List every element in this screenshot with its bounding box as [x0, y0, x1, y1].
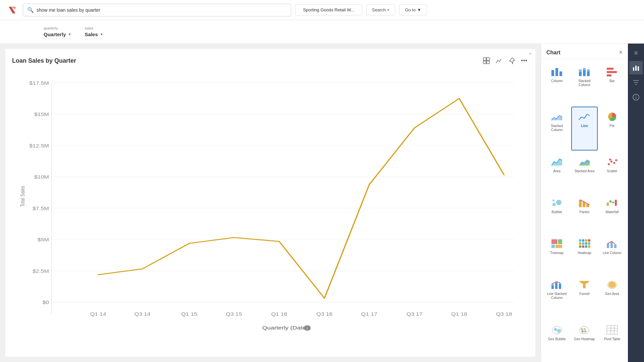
filter-value-sales[interactable]: Sales ▼ [85, 32, 103, 39]
filter-group-quarterly: quarterly Quarterly ▼ [44, 26, 71, 39]
geo-heatmap-icon [578, 324, 591, 336]
panel-title: Chart [546, 50, 560, 56]
waterfall-icon [605, 197, 619, 209]
chart-type-stacked-area[interactable]: Stacked Area [571, 152, 597, 191]
chart-type-waterfall[interactable]: Waterfall [599, 193, 625, 232]
line-column-icon [605, 238, 619, 250]
filter-quarterly-text: Quarterly [44, 32, 66, 37]
svg-rect-38 [559, 71, 562, 76]
svg-rect-82 [588, 242, 590, 245]
chart-actions: ••• [481, 56, 529, 66]
svg-rect-94 [559, 284, 561, 289]
collapse-button[interactable]: ⌃ [528, 52, 533, 59]
svg-rect-80 [582, 242, 584, 245]
more-options-button[interactable]: ••• [520, 56, 529, 66]
svg-rect-91 [551, 284, 554, 286]
svg-rect-78 [588, 239, 590, 242]
goto-arrow-icon: ▼ [417, 7, 421, 12]
chart-type-scatter[interactable]: Scatter [599, 152, 625, 191]
svg-marker-96 [579, 281, 590, 288]
svg-rect-102 [581, 328, 583, 330]
stacked-column-2-icon [550, 111, 564, 123]
chart-type-bubble[interactable]: Bubble [544, 193, 570, 232]
svg-text:$0: $0 [42, 300, 49, 305]
sidebar-filter-icon[interactable] [629, 76, 643, 89]
bar-icon [605, 66, 619, 78]
area-icon [550, 156, 564, 168]
goto-button[interactable]: Go to ▼ [399, 4, 427, 15]
search-input[interactable] [37, 7, 287, 13]
chart-type-line-column[interactable]: Line Column [599, 234, 625, 273]
svg-rect-40 [579, 69, 582, 72]
svg-text:Total Sales: Total Sales [19, 186, 25, 207]
line-icon [578, 111, 591, 123]
svg-rect-84 [582, 245, 584, 248]
svg-rect-46 [607, 71, 617, 73]
search-plus-button[interactable]: Search + [366, 4, 395, 15]
chart-type-funnel[interactable]: Funnel [571, 275, 597, 318]
svg-text:$10M: $10M [34, 175, 49, 180]
search-box[interactable]: 🔍 [23, 4, 291, 16]
chart-type-bar[interactable]: Bar [599, 62, 625, 105]
chart-type-pie[interactable]: Pie [599, 107, 625, 150]
table-view-button[interactable] [481, 56, 491, 66]
chart-type-geo-area[interactable]: Geo Area [599, 275, 625, 318]
chart-type-pie-label: Pie [610, 124, 614, 128]
goto-label: Go to [405, 7, 416, 12]
chart-type-geo-heatmap[interactable]: Geo Heatmap [571, 320, 597, 359]
svg-rect-37 [555, 68, 558, 76]
chart-type-geo-bubble-label: Geo Bubble [548, 337, 566, 341]
filter-sales-arrow: ▼ [100, 33, 103, 36]
line-stacked-column-icon [550, 279, 564, 291]
svg-text:$7.5M: $7.5M [33, 206, 49, 211]
chart-type-pivot-table-label: Pivot Table [604, 337, 620, 341]
svg-rect-74 [555, 245, 562, 248]
chart-type-stacked-column-1[interactable]: Stacked Column [571, 62, 597, 105]
svg-rect-69 [612, 202, 614, 203]
chart-type-pivot-table[interactable]: Pivot Table [599, 320, 625, 359]
svg-rect-51 [559, 117, 562, 120]
sidebar-info-icon[interactable] [629, 90, 643, 104]
svg-point-60 [615, 159, 617, 161]
chart-type-area[interactable]: Area [544, 152, 570, 191]
panel-close-button[interactable]: × [619, 49, 623, 56]
svg-text:Q1 15: Q1 15 [181, 312, 197, 317]
app-logo [5, 3, 19, 17]
chart-type-pareto[interactable]: Pareto [571, 193, 597, 232]
sidebar-chart-icon[interactable] [629, 61, 643, 74]
chart-type-bubble-label: Bubble [552, 210, 562, 214]
stacked-column-1-icon [578, 66, 591, 78]
pie-icon [605, 111, 619, 123]
svg-text:Q3 15: Q3 15 [226, 312, 242, 317]
chart-type-line-label: Line [581, 124, 588, 128]
svg-rect-92 [555, 283, 557, 289]
chart-type-geo-heatmap-label: Geo Heatmap [574, 337, 595, 341]
chart-type-heatmap[interactable]: Heatmap [571, 234, 597, 273]
chart-types-grid: Column Stacked Column Bar [541, 59, 628, 362]
svg-rect-50 [557, 116, 559, 120]
chart-type-column[interactable]: Column [544, 62, 570, 105]
chart-type-heatmap-label: Heatmap [578, 251, 591, 255]
chart-type-waterfall-label: Waterfall [605, 210, 619, 214]
chart-type-stacked-area-label: Stacked Area [575, 169, 594, 173]
filterbar: quarterly Quarterly ▼ sales Sales ▼ [0, 20, 644, 44]
chart-type-stacked-column-2[interactable]: Stacked Column [544, 107, 570, 150]
svg-rect-85 [585, 245, 587, 248]
chart-type-line[interactable]: Line [571, 107, 597, 150]
datasource-button[interactable]: Sporting Goods Retail W... [295, 4, 362, 15]
line-view-button[interactable] [494, 56, 504, 66]
sidebar-menu-icon[interactable]: ≡ [629, 46, 643, 60]
svg-rect-105 [584, 330, 586, 333]
svg-text:$15M: $15M [34, 112, 49, 117]
svg-rect-112 [635, 66, 637, 71]
svg-rect-43 [587, 71, 590, 76]
chart-type-treemap[interactable]: Treemap [544, 234, 570, 273]
search-icon: 🔍 [27, 7, 34, 13]
chart-type-line-stacked-column[interactable]: Line Stacked Column [544, 275, 570, 318]
chart-type-geo-bubble[interactable]: Geo Bubble [544, 320, 570, 359]
svg-rect-49 [554, 119, 557, 120]
svg-marker-53 [551, 159, 562, 166]
chart-type-bar-label: Bar [609, 79, 615, 83]
pin-button[interactable] [507, 56, 517, 66]
filter-value-quarterly[interactable]: Quarterly ▼ [44, 32, 71, 39]
